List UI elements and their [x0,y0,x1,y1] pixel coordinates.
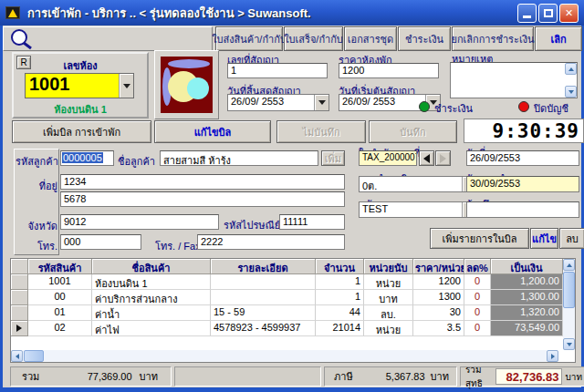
cell-unit: หน่วย [364,274,413,290]
grid-hscrollbar[interactable] [11,350,558,362]
reference-field[interactable] [466,201,579,218]
row-selector-current[interactable] [11,321,28,336]
total-label: รวม [22,368,39,385]
column-header-code[interactable]: รหัสสินค้า [28,259,92,274]
bill-date-field[interactable]: 26/09/2553 [466,150,579,166]
cell-amount: 73,549.00 [491,321,563,336]
postcode-field[interactable]: 11111 [279,214,345,230]
closed-status-dot [518,101,529,112]
grid-scroll-left-button[interactable] [11,350,23,362]
edit-item-button[interactable]: แก้ไข [530,228,558,249]
cell-name: ห้องบนดิน 1 [92,274,211,290]
column-header-qty[interactable]: จำนวน [316,259,364,274]
edit-bill-button[interactable]: แก้ไขบิล [154,120,271,143]
column-header-amount[interactable]: เป็นเงิน [491,259,563,274]
phone-field[interactable]: 000 [60,234,141,250]
column-header-selector [11,259,28,274]
remarks-textarea[interactable] [450,62,578,98]
room-number-label: เลขห้อง [14,57,147,74]
remarks-scroll-down-button[interactable] [565,86,577,98]
voucher-no-field[interactable]: TAX_2000007 [359,150,417,166]
remarks-scroll-up-button[interactable] [565,63,577,75]
customer-code-value: 0000005 [62,152,103,163]
address-line2-field[interactable]: 5678 [60,191,345,207]
grid-vscrollbar[interactable] [563,259,575,350]
delete-item-button[interactable]: ลบ [559,228,584,249]
minimize-button[interactable] [517,4,537,23]
column-header-unit[interactable]: หน่วยนับ [364,259,413,274]
customer-code-label: รหัสลูกค้า [16,153,57,170]
row-selector[interactable] [11,274,28,290]
customer-name-label: ชื่อลูกค้า [118,153,155,170]
no-save-button: ไม่บันทึก [276,120,366,143]
cell-code: 00 [28,290,92,305]
cell-amount: 1,200.00 [491,274,563,290]
toolbar-button-document-set[interactable]: เอกสารชุด [344,26,397,51]
room-number-combo[interactable]: 1001 [25,73,134,98]
grid-scroll-down-button[interactable] [563,338,575,350]
cell-price: 1300 [413,290,464,305]
chevron-down-icon [123,84,130,88]
row-selector[interactable] [11,305,28,321]
cell-name: ค่าบริการส่วนกลาง [92,290,211,305]
net-total-label: รวมสุทธิ [465,363,495,390]
customer-name-field[interactable]: สายสามสี ห้ารุ้ง [160,150,318,166]
grid-scroll-up-button[interactable] [563,259,575,271]
salesperson-combo[interactable]: TEST [359,201,477,218]
due-date-field[interactable]: 30/09/2553 [466,176,579,192]
grid-scroll-right-button[interactable] [547,350,558,362]
current-row-arrow-icon [16,325,22,332]
postcode-label: รหัสไปรษณีย์ [224,217,280,233]
previous-voucher-button[interactable] [419,150,434,166]
fax-label: โทร. / Fax [155,238,201,254]
column-header-name[interactable]: ชื่อสินค้า [92,259,211,274]
close-button[interactable]: ✕ [559,4,579,23]
app-icon [5,6,20,19]
magnifier-icon[interactable] [8,27,34,51]
cell-qty: 44 [316,305,364,321]
cell-discount: 0 [464,274,491,290]
customer-code-field[interactable]: 0000005 [60,150,114,166]
room-panel: R เลขห้อง 1001 ห้องบนดิน 1 [12,52,149,119]
contract-end-dropdown-button[interactable] [314,95,328,110]
address-label: ที่อยู่ [16,178,57,194]
toolbar-button-delivery-invoice[interactable]: ใบส่งสินค้า/กำกับ [215,26,283,51]
paid-status-dot [419,101,430,112]
grid-hscroll-thumb[interactable] [24,350,44,362]
total-value: 77,369.00 [88,371,132,382]
add-bill-button[interactable]: เพิ่มบิล การเข้าพัก [12,120,151,143]
address-line1-field[interactable]: 1234 [60,174,345,190]
tax-value: 5,367.83 [386,371,425,382]
fax-field[interactable]: 2222 [197,234,345,250]
province-field[interactable]: 9012 [60,214,219,230]
column-header-discount[interactable]: ลด% [464,259,491,274]
table-row[interactable]: 1001 ห้องบนดิน 1 1 หน่วย 1200 0 1,200.00 [11,274,575,290]
net-total-value: 82,736.83 [495,368,562,385]
contract-start-date-value: 26/09/ 2553 [339,95,425,110]
toolbar-button-payment[interactable]: ชำระเงิน [398,26,451,51]
column-header-price[interactable]: ราคา/หน่วย [413,259,464,274]
column-header-desc[interactable]: รายละเอียด [211,259,316,274]
window-title: การเข้าพัก - บริการ .. < รุ่นทดลองใช้งาน… [27,4,311,23]
room-price-field[interactable]: 1200 [339,63,439,78]
tax-panel: ภาษี 5,367.83 บาท [324,366,457,387]
room-name-label: ห้องบนดิน 1 [14,101,147,118]
add-item-button[interactable]: เพิ่มรายการในบิล [430,228,529,249]
toolbar-button-receipt-invoice[interactable]: ใบเสร็จ/กำกับ [284,26,343,51]
toolbar-button-exit[interactable]: เลิก [535,26,582,51]
room-dropdown-button[interactable] [119,74,133,98]
table-row[interactable]: 01 ค่าน้ำ 15 - 59 44 ลบ. 30 0 1,320.00 [11,305,575,321]
contract-no-field[interactable]: 1 [227,63,328,78]
contract-end-date-combo[interactable]: 26/09/ 2553 [227,94,329,111]
row-selector[interactable] [11,290,28,305]
items-grid: รหัสสินค้า ชื่อสินค้า รายละเอียด จำนวน ห… [10,258,576,363]
title-bar[interactable]: การเข้าพัก - บริการ .. < รุ่นทดลองใช้งาน… [0,0,584,26]
cell-desc: 15 - 59 [211,305,316,321]
maximize-button[interactable] [538,4,558,23]
grid-vscroll-thumb[interactable] [563,272,575,308]
table-row-selected[interactable]: 02 ค่าไฟ 4578923 - 4599937 21014 หน่วย 3… [11,321,575,336]
table-row[interactable]: 00 ค่าบริการส่วนกลาง 1 บาท 1300 0 1,300.… [11,290,575,305]
contract-end-date-value: 26/09/ 2553 [228,95,314,110]
payment-method-combo[interactable]: 0ต. [359,176,477,192]
toolbar-button-cancel-payment[interactable]: ยกเลิกการชำระเงิน [452,26,534,51]
